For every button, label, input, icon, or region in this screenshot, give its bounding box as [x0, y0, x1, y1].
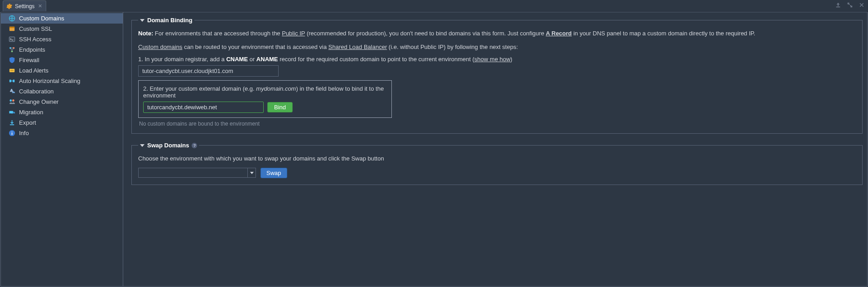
sidebar-item-info[interactable]: Info — [1, 128, 123, 138]
sidebar-item-label: Info — [19, 130, 29, 136]
shared-lb-link[interactable]: Shared Load Balancer — [328, 44, 387, 50]
svg-point-10 — [10, 99, 12, 102]
settings-sidebar: Custom Domains Custom SSL SSH Access End… — [1, 12, 123, 286]
sidebar-item-label: Export — [19, 119, 36, 126]
svg-rect-9 — [13, 80, 14, 83]
legend-label: Swap Domains — [147, 142, 189, 149]
caret-down-icon — [140, 144, 145, 147]
settings-main: Domain Binding Note: For environments th… — [123, 12, 867, 286]
svg-point-14 — [13, 113, 14, 114]
note-prefix: Note: — [138, 30, 153, 37]
sidebar-item-collaboration[interactable]: Collaboration — [1, 86, 123, 97]
sidebar-item-label: Migration — [19, 109, 43, 116]
dock-icon[interactable] — [834, 1, 842, 9]
tabbar-tools — [834, 1, 865, 9]
sidebar-item-export[interactable]: Export — [1, 117, 123, 128]
public-ip-link[interactable]: Public IP — [282, 30, 305, 37]
export-icon — [8, 119, 15, 126]
binding-note: Note: For environments that are accessed… — [138, 29, 856, 38]
chevron-down-icon — [247, 168, 256, 177]
migration-icon — [8, 109, 15, 116]
swap-environment-select[interactable] — [138, 168, 256, 178]
sidebar-item-load-alerts[interactable]: Load Alerts — [1, 65, 123, 76]
step-2-text: 2. Enter your custom external domain (e.… — [143, 85, 387, 99]
ssl-icon — [8, 25, 15, 33]
panel-tabbar: Settings ✕ — [0, 0, 868, 12]
tab-label: Settings — [15, 3, 34, 10]
bind-domain-frame: 2. Enter your custom external domain (e.… — [138, 80, 392, 118]
svg-point-11 — [12, 99, 14, 102]
close-panel-icon[interactable] — [858, 1, 865, 9]
alert-icon — [8, 67, 15, 74]
caret-down-icon — [140, 19, 145, 22]
terminal-icon — [8, 36, 15, 43]
collab-icon — [8, 88, 15, 95]
step-1-text: 1. In your domain registrar, add a CNAME… — [138, 56, 856, 63]
sidebar-item-label: Custom Domains — [19, 15, 64, 22]
sidebar-item-label: Collaboration — [19, 88, 54, 95]
sidebar-item-auto-horizontal-scaling[interactable]: Auto Horizontal Scaling — [1, 76, 123, 86]
show-me-how-link[interactable]: show me how — [474, 56, 510, 63]
svg-point-6 — [11, 50, 13, 52]
swap-domains-group: Swap Domains ? Choose the environment wi… — [131, 142, 863, 185]
a-record-link[interactable]: A Record — [546, 30, 572, 37]
tab-close-icon[interactable]: ✕ — [37, 3, 43, 9]
custom-domains-note: Custom domains can be routed to your env… — [138, 43, 856, 52]
gear-icon — [6, 3, 12, 10]
sidebar-item-endpoints[interactable]: Endpoints — [1, 44, 123, 55]
domain-binding-group: Domain Binding Note: For environments th… — [131, 17, 863, 134]
endpoints-icon — [8, 46, 15, 54]
sidebar-item-label: Custom SSL — [19, 25, 52, 32]
sidebar-item-change-owner[interactable]: Change Owner — [1, 97, 123, 107]
sidebar-item-label: Firewall — [19, 57, 39, 63]
legend-label: Domain Binding — [147, 17, 193, 24]
shield-icon — [8, 57, 15, 64]
sidebar-item-custom-domains[interactable]: Custom Domains — [1, 13, 123, 24]
sidebar-item-migration[interactable]: Migration — [1, 107, 123, 117]
cname-target-box[interactable]: tutor-candycbt.user.cloudjkt01.com — [138, 65, 279, 77]
scaling-icon — [8, 78, 15, 85]
svg-rect-8 — [9, 80, 11, 83]
domain-binding-legend[interactable]: Domain Binding — [138, 17, 194, 24]
globe-icon — [8, 15, 15, 22]
sidebar-item-ssh-access[interactable]: SSH Access — [1, 34, 123, 44]
svg-rect-12 — [9, 111, 13, 114]
sidebar-item-label: Load Alerts — [19, 67, 48, 74]
swap-desc: Choose the environment with which you wa… — [138, 154, 856, 163]
custom-domains-link[interactable]: Custom domains — [138, 44, 183, 50]
settings-panel: Custom Domains Custom SSL SSH Access End… — [0, 12, 868, 287]
owner-icon — [8, 98, 15, 106]
sidebar-item-custom-ssl[interactable]: Custom SSL — [1, 24, 123, 34]
info-icon — [8, 130, 15, 137]
sidebar-item-firewall[interactable]: Firewall — [1, 55, 123, 65]
sidebar-item-label: Change Owner — [19, 98, 58, 105]
swap-button[interactable]: Swap — [260, 168, 287, 178]
bound-domains-status: No custom domains are bound to the envir… — [139, 121, 856, 127]
sidebar-item-label: SSH Access — [19, 36, 52, 43]
svg-rect-7 — [9, 69, 14, 73]
expand-icon[interactable] — [846, 1, 854, 9]
sidebar-item-label: Endpoints — [19, 46, 45, 53]
svg-point-13 — [10, 113, 10, 114]
svg-rect-3 — [9, 37, 14, 41]
swap-domains-legend[interactable]: Swap Domains ? — [138, 142, 199, 149]
svg-rect-2 — [9, 27, 14, 28]
bind-button[interactable]: Bind — [267, 102, 293, 112]
tab-settings[interactable]: Settings ✕ — [3, 0, 46, 11]
custom-domain-input[interactable] — [143, 102, 264, 113]
sidebar-item-label: Auto Horizontal Scaling — [19, 78, 80, 84]
help-icon[interactable]: ? — [192, 143, 197, 148]
